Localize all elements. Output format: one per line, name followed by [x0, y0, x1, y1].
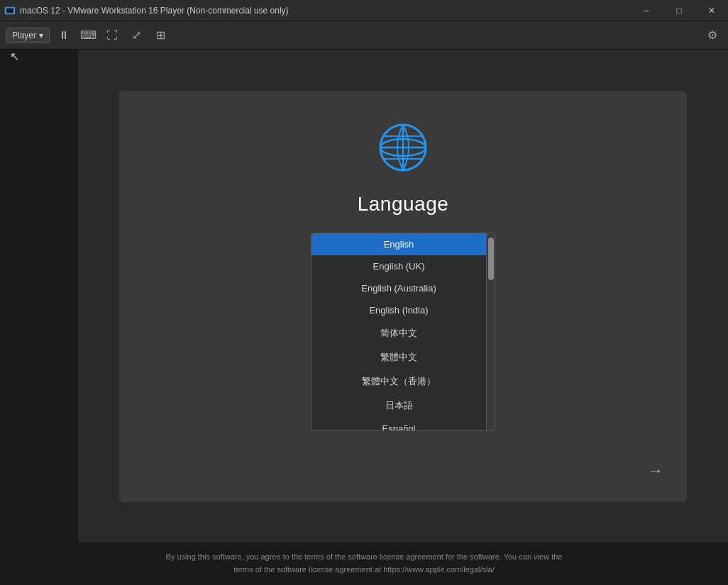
dropdown-arrow-icon: ▾ — [39, 30, 43, 40]
fit-icon: ⛶ — [106, 29, 118, 42]
minimize-button[interactable]: – — [630, 0, 663, 21]
pause-icon: ⏸ — [58, 29, 70, 42]
window-controls: – □ ✕ — [630, 0, 728, 21]
language-list-container[interactable]: EnglishEnglish (UK)English (Australia)En… — [311, 233, 495, 431]
language-option[interactable]: 繁體中文 — [311, 345, 486, 369]
cursor: ↖ — [10, 50, 19, 63]
setup-window: Language EnglishEnglish (UK)English (Aus… — [119, 91, 687, 502]
language-option[interactable]: 繁體中文（香港） — [311, 369, 486, 394]
settings-button[interactable]: ⚙ — [702, 26, 722, 45]
toolbar-right: ⚙ — [702, 26, 722, 45]
vm-icon — [4, 5, 16, 16]
maximize-button[interactable]: □ — [663, 0, 695, 21]
language-option[interactable]: English (Australia) — [311, 277, 486, 299]
language-heading: Language — [358, 193, 449, 216]
scrollbar[interactable] — [486, 233, 495, 430]
fullscreen-icon: ⤢ — [132, 28, 141, 42]
language-option[interactable]: English (UK) — [311, 255, 486, 277]
language-option[interactable]: 简体中文 — [311, 321, 486, 345]
player-menu-button[interactable]: Player ▾ — [6, 28, 50, 43]
language-list[interactable]: EnglishEnglish (UK)English (Australia)En… — [311, 233, 486, 430]
vm-display-area[interactable]: Language EnglishEnglish (UK)English (Aus… — [78, 50, 728, 542]
window-title: macOS 12 - VMware Workstation 16 Player … — [20, 6, 289, 16]
scrollbar-thumb[interactable] — [488, 238, 494, 280]
language-option[interactable]: English (India) — [311, 299, 486, 321]
status-bar: By using this software, you agree to the… — [0, 542, 728, 585]
fullscreen-button[interactable]: ⤢ — [126, 26, 146, 45]
send-ctrl-alt-del-button[interactable]: ⌨ — [78, 26, 98, 45]
unity-icon: ⊞ — [156, 28, 165, 42]
pause-button[interactable]: ⏸ — [54, 26, 74, 45]
language-option[interactable]: English — [311, 233, 486, 255]
next-button[interactable]: → — [641, 457, 670, 485]
globe-container — [375, 119, 431, 179]
language-option[interactable]: 日本語 — [311, 394, 486, 418]
fit-guest-button[interactable]: ⛶ — [102, 26, 122, 45]
license-text: By using this software, you agree to the… — [166, 551, 563, 576]
titlebar: macOS 12 - VMware Workstation 16 Player … — [0, 0, 728, 21]
language-option[interactable]: Español — [311, 418, 486, 430]
globe-icon — [375, 119, 431, 176]
player-label: Player — [12, 30, 36, 40]
svg-rect-2 — [9, 13, 11, 14]
close-button[interactable]: ✕ — [695, 0, 728, 21]
keyboard-icon: ⌨ — [80, 28, 96, 42]
titlebar-left: macOS 12 - VMware Workstation 16 Player … — [0, 5, 289, 16]
toolbar: Player ▾ ⏸ ⌨ ⛶ ⤢ ⊞ ⚙ — [0, 21, 728, 50]
unity-button[interactable]: ⊞ — [150, 26, 170, 45]
svg-rect-1 — [6, 8, 13, 13]
gear-icon: ⚙ — [707, 28, 717, 42]
